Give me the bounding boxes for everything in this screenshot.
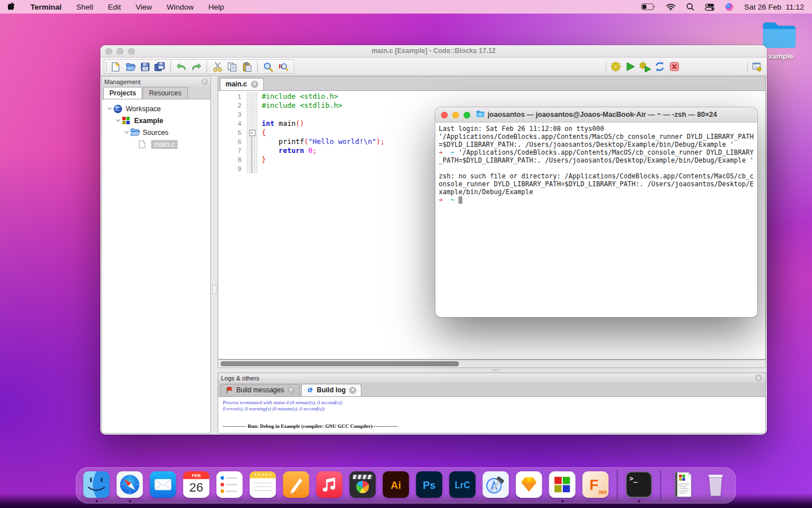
dock-photoshop-icon[interactable]: Ps — [416, 471, 443, 498]
terminal-proxy-folder-icon — [476, 110, 484, 119]
management-header: Management × — [102, 77, 210, 86]
logs-tab-build-messages[interactable]: Build messages× — [220, 384, 300, 396]
logs-tab-build-log[interactable]: Build log× — [301, 384, 361, 396]
show-info-button[interactable] — [751, 60, 764, 73]
horizontal-splitter[interactable] — [218, 368, 766, 373]
line-number: 1 — [218, 92, 246, 101]
paste-button[interactable] — [240, 60, 253, 73]
scrollbar-thumb[interactable] — [220, 361, 459, 366]
tab-close-icon[interactable]: × — [288, 387, 295, 394]
save-button[interactable] — [139, 60, 152, 73]
dock-codeblocks-document-icon[interactable] — [669, 471, 696, 498]
svg-text:F: F — [589, 476, 598, 493]
chevron-down-icon[interactable] — [122, 130, 130, 135]
cut-button[interactable] — [211, 60, 224, 73]
terminal-line: xample/bin/Debug/Example — [439, 188, 754, 196]
open-button[interactable] — [124, 60, 137, 73]
build-and-run-button[interactable] — [638, 60, 651, 73]
minimize-button[interactable] — [452, 112, 459, 119]
run-button[interactable] — [624, 60, 637, 73]
terminal-content[interactable]: Last login: Sat Feb 26 11:12:08 on ttys0… — [435, 122, 757, 206]
management-close-icon[interactable]: × — [201, 78, 208, 85]
running-indicator — [95, 500, 98, 502]
replace-button[interactable]: R — [276, 60, 289, 73]
dock-trash-icon[interactable] — [703, 471, 729, 498]
management-tab-resources[interactable]: Resources — [143, 87, 187, 99]
management-tab-projects[interactable]: Projects — [103, 87, 142, 99]
dock-finder-icon[interactable] — [83, 471, 110, 498]
dock-xcode-icon[interactable] — [483, 471, 509, 498]
running-indicator — [129, 500, 131, 502]
dock-reminders-icon[interactable] — [217, 471, 243, 498]
code-text: #include <stdlib.h> — [258, 101, 342, 110]
dock-calendar-icon[interactable]: FEB26 — [183, 471, 210, 498]
editor-horizontal-scrollbar[interactable] — [218, 360, 766, 368]
menu-help[interactable]: Help — [209, 3, 224, 11]
tree-item-sources[interactable]: Sources — [102, 126, 210, 138]
splitter-grip[interactable] — [492, 369, 500, 371]
code-text: #include <stdio.h> — [258, 92, 338, 101]
terminal-titlebar[interactable]: joaosantos — joaosantos@Joaos-MacBook-Ai… — [435, 107, 757, 122]
logs-tab-label: Build messages — [236, 386, 284, 394]
save-all-button[interactable] — [153, 60, 166, 73]
logs-close-icon[interactable]: × — [755, 374, 762, 382]
undo-button[interactable] — [175, 60, 188, 73]
dock-codeblocks-icon[interactable] — [549, 471, 576, 498]
line-number: 9 — [218, 164, 246, 173]
dock-illustrator-icon[interactable]: Ai — [383, 471, 409, 498]
copy-button[interactable] — [226, 60, 239, 73]
tree-item-main-c[interactable]: main.c — [102, 138, 210, 150]
dock-pages-icon[interactable] — [283, 471, 310, 498]
dock-lightroom-classic-icon[interactable]: LrC — [449, 471, 476, 498]
menu-shell[interactable]: Shell — [76, 3, 93, 11]
menu-edit[interactable]: Edit — [108, 3, 121, 11]
management-tabs: ProjectsResources — [102, 86, 210, 99]
dock-terminal-icon[interactable]: >_ — [626, 471, 652, 498]
svg-text:Ps: Ps — [423, 479, 436, 491]
log-line — [223, 418, 761, 424]
search-icon[interactable] — [686, 3, 694, 11]
dock-final-cut-pro-icon[interactable] — [350, 471, 376, 498]
tab-close-icon[interactable]: × — [349, 387, 356, 394]
menu-clock[interactable]: Sat 26 Feb 11:12 — [744, 3, 804, 11]
vertical-splitter[interactable] — [211, 76, 217, 433]
tree-item-example[interactable]: Example — [102, 115, 210, 126]
siri-icon[interactable] — [725, 3, 734, 11]
tree-item-workspace[interactable]: Workspace — [102, 103, 210, 115]
fold-marker-icon[interactable] — [246, 128, 258, 137]
menu-window[interactable]: Window — [167, 3, 194, 11]
build-button[interactable] — [609, 60, 622, 73]
apple-menu-icon[interactable] — [8, 2, 16, 11]
running-indicator — [638, 500, 640, 502]
editor-tab-close-icon[interactable]: × — [251, 81, 258, 88]
codeblocks-titlebar[interactable]: main.c [Example] - Code::Blocks 17.12 — [100, 45, 767, 58]
dock-separator — [660, 470, 661, 500]
dock-notes-icon[interactable] — [250, 471, 276, 498]
line-number: 6 — [218, 137, 246, 146]
find-button[interactable] — [262, 60, 275, 73]
rebuild-button[interactable] — [653, 60, 666, 73]
new-file-button[interactable] — [109, 60, 122, 73]
code-text: } — [258, 155, 266, 164]
menu-terminal[interactable]: Terminal — [30, 3, 61, 11]
splitter-grip[interactable] — [212, 285, 217, 294]
dock-sketch-icon[interactable] — [516, 471, 542, 498]
zoom-button[interactable] — [464, 112, 470, 119]
battery-icon[interactable] — [641, 3, 655, 10]
abort-button[interactable] — [668, 60, 681, 73]
redo-button[interactable] — [189, 60, 202, 73]
chevron-down-icon[interactable] — [105, 106, 113, 111]
svg-text:FEB: FEB — [192, 473, 201, 478]
editor-tab-main-c[interactable]: main.c × — [220, 78, 264, 90]
chevron-down-icon[interactable] — [114, 118, 122, 123]
svg-text:26: 26 — [189, 480, 203, 494]
control-center-icon[interactable] — [705, 3, 714, 11]
dock-safari-icon[interactable] — [117, 471, 143, 498]
menu-view[interactable]: View — [136, 3, 152, 11]
dock-mail-icon[interactable] — [150, 471, 176, 498]
close-button[interactable] — [441, 112, 448, 119]
project-tree: Workspace Example Sources main.c — [102, 99, 210, 433]
wifi-icon[interactable] — [666, 3, 676, 11]
dock-fusion-360-icon[interactable]: F360 — [582, 471, 609, 498]
dock-music-icon[interactable] — [316, 471, 343, 498]
